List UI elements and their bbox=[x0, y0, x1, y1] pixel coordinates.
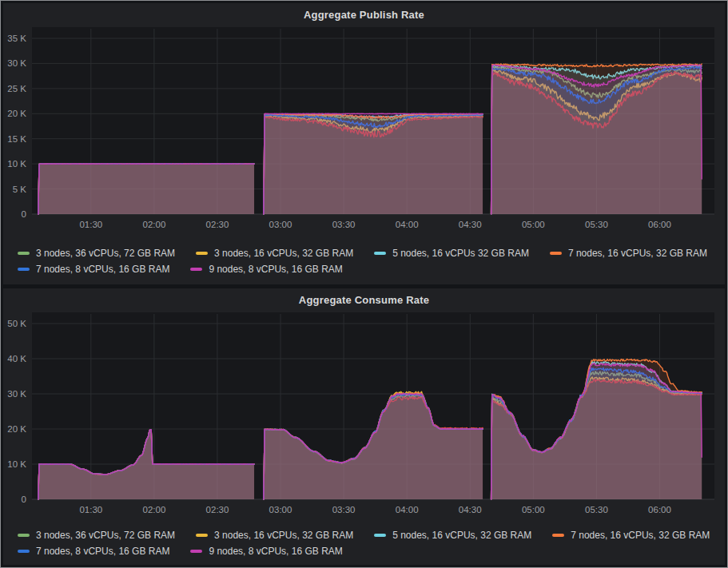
svg-text:30 K: 30 K bbox=[7, 389, 26, 399]
svg-text:5 K: 5 K bbox=[13, 185, 27, 194]
legend-label: 7 nodes, 8 vCPUs, 16 GB RAM bbox=[36, 264, 169, 275]
legend-row: 7 nodes, 8 vCPUs, 16 GB RAM9 nodes, 8 vC… bbox=[18, 261, 725, 277]
svg-text:04:30: 04:30 bbox=[459, 220, 482, 229]
svg-text:05:30: 05:30 bbox=[585, 220, 608, 229]
svg-text:10 K: 10 K bbox=[7, 459, 26, 469]
series-swatch-icon bbox=[18, 268, 30, 271]
legend-label: 7 nodes, 16 vCPUs, 32 GB RAM bbox=[571, 530, 710, 541]
legend-label: 3 nodes, 16 vCPUs, 32 GB RAM bbox=[214, 248, 353, 259]
series-swatch-icon bbox=[190, 268, 202, 271]
svg-text:10 K: 10 K bbox=[7, 159, 26, 169]
legend-item[interactable]: 3 nodes, 36 vCPUs, 72 GB RAM bbox=[18, 530, 175, 541]
legend-label: 3 nodes, 36 vCPUs, 72 GB RAM bbox=[36, 248, 175, 259]
svg-text:02:30: 02:30 bbox=[206, 220, 229, 229]
legend-item[interactable]: 9 nodes, 8 vCPUs, 16 GB RAM bbox=[190, 546, 342, 557]
legend-label: 9 nodes, 8 vCPUs, 16 GB RAM bbox=[209, 264, 342, 275]
series-swatch-icon bbox=[18, 252, 30, 255]
series-swatch-icon bbox=[374, 252, 386, 255]
svg-text:0: 0 bbox=[22, 209, 26, 219]
series-swatch-icon bbox=[196, 252, 208, 255]
consume-rate-chart[interactable]: 50 K40 K30 K20 K10 K001:3002:0002:3003:0… bbox=[3, 311, 725, 522]
legend-label: 3 nodes, 16 vCPUs, 32 GB RAM bbox=[214, 530, 353, 541]
svg-text:25 K: 25 K bbox=[7, 84, 26, 93]
legend-item[interactable]: 7 nodes, 16 vCPUs, 32 GB RAM bbox=[552, 530, 710, 541]
publish-rate-chart[interactable]: 35 K30 K25 K20 K15 K10 K5 K001:3002:0002… bbox=[3, 26, 725, 236]
svg-text:06:00: 06:00 bbox=[648, 505, 671, 514]
legend-item[interactable]: 5 nodes, 16 vCPUs, 32 GB RAM bbox=[374, 530, 531, 541]
panel-title-consume-rate[interactable]: Aggregate Consume Rate bbox=[3, 288, 725, 311]
series-swatch-icon bbox=[18, 550, 30, 553]
publish-rate-legend: 3 nodes, 36 vCPUs, 72 GB RAM3 nodes, 16 … bbox=[3, 236, 725, 277]
legend-item[interactable]: 3 nodes, 16 vCPUs, 32 GB RAM bbox=[196, 248, 353, 259]
legend-item[interactable]: 7 nodes, 8 vCPUs, 16 GB RAM bbox=[18, 546, 169, 557]
svg-text:02:00: 02:00 bbox=[143, 505, 166, 514]
series-area-6 bbox=[38, 164, 254, 214]
legend-item[interactable]: 7 nodes, 8 vCPUs, 16 GB RAM bbox=[18, 264, 169, 275]
legend-label: 9 nodes, 8 vCPUs, 16 GB RAM bbox=[209, 546, 342, 557]
svg-text:04:00: 04:00 bbox=[396, 505, 419, 514]
svg-text:04:30: 04:30 bbox=[459, 505, 482, 514]
svg-text:05:30: 05:30 bbox=[585, 505, 608, 514]
legend-row: 7 nodes, 8 vCPUs, 16 GB RAM9 nodes, 8 vC… bbox=[18, 543, 725, 559]
svg-text:03:30: 03:30 bbox=[332, 505, 356, 514]
svg-text:15 K: 15 K bbox=[7, 134, 26, 144]
series-swatch-icon bbox=[190, 550, 202, 553]
legend-row: 3 nodes, 36 vCPUs, 72 GB RAM3 nodes, 16 … bbox=[18, 245, 725, 261]
consume-rate-legend: 3 nodes, 36 vCPUs, 72 GB RAM3 nodes, 16 … bbox=[3, 522, 725, 559]
svg-text:20 K: 20 K bbox=[7, 109, 26, 118]
svg-text:03:30: 03:30 bbox=[332, 220, 356, 229]
svg-text:03:00: 03:00 bbox=[269, 220, 292, 229]
legend-row: 3 nodes, 36 vCPUs, 72 GB RAM3 nodes, 16 … bbox=[18, 527, 725, 543]
svg-text:06:00: 06:00 bbox=[648, 220, 671, 229]
series-swatch-icon bbox=[550, 252, 562, 255]
svg-text:02:00: 02:00 bbox=[143, 220, 166, 229]
series-swatch-icon bbox=[18, 534, 30, 537]
legend-label: 7 nodes, 8 vCPUs, 16 GB RAM bbox=[36, 546, 169, 557]
y-axis-labels: 50 K40 K30 K20 K10 K0 bbox=[7, 319, 26, 504]
legend-item[interactable]: 9 nodes, 8 vCPUs, 16 GB RAM bbox=[190, 264, 342, 275]
svg-text:0: 0 bbox=[22, 495, 26, 504]
svg-text:05:00: 05:00 bbox=[522, 220, 545, 229]
svg-text:50 K: 50 K bbox=[7, 319, 26, 328]
legend-item[interactable]: 7 nodes, 16 vCPUs, 32 GB RAM bbox=[550, 248, 707, 259]
panel-aggregate-publish-rate: Aggregate Publish Rate 35 K30 K25 K20 K1… bbox=[3, 3, 725, 284]
legend-label: 5 nodes, 16 vCPUs, 32 GB RAM bbox=[392, 530, 531, 541]
series-swatch-icon bbox=[374, 534, 386, 537]
legend-label: 3 nodes, 36 vCPUs, 72 GB RAM bbox=[36, 530, 175, 541]
x-axis-labels: 01:3002:0002:3003:0003:3004:0004:3005:00… bbox=[79, 505, 670, 514]
series-area-6 bbox=[264, 113, 483, 214]
svg-text:01:30: 01:30 bbox=[79, 505, 102, 514]
series-area-6 bbox=[491, 65, 702, 214]
legend-label: 5 nodes, 16 vCPUs 32 GB RAM bbox=[392, 248, 529, 259]
panel-aggregate-consume-rate: Aggregate Consume Rate 50 K40 K30 K20 K1… bbox=[3, 288, 725, 565]
svg-text:35 K: 35 K bbox=[7, 34, 26, 43]
x-axis-labels: 01:3002:0002:3003:0003:3004:0004:3005:00… bbox=[79, 220, 670, 229]
svg-text:05:00: 05:00 bbox=[522, 505, 545, 514]
svg-text:02:30: 02:30 bbox=[206, 505, 229, 514]
legend-item[interactable]: 3 nodes, 16 vCPUs, 32 GB RAM bbox=[196, 530, 353, 541]
svg-text:30 K: 30 K bbox=[7, 58, 26, 68]
svg-text:20 K: 20 K bbox=[7, 424, 26, 434]
y-axis-labels: 35 K30 K25 K20 K15 K10 K5 K0 bbox=[7, 34, 26, 219]
series-swatch-icon bbox=[196, 534, 208, 537]
legend-item[interactable]: 3 nodes, 36 vCPUs, 72 GB RAM bbox=[18, 248, 175, 259]
dashboard: Aggregate Publish Rate 35 K30 K25 K20 K1… bbox=[1, 1, 727, 567]
svg-text:01:30: 01:30 bbox=[79, 220, 102, 229]
panel-title-publish-rate[interactable]: Aggregate Publish Rate bbox=[3, 3, 725, 26]
svg-text:03:00: 03:00 bbox=[269, 505, 292, 514]
svg-text:04:00: 04:00 bbox=[396, 220, 419, 229]
legend-label: 7 nodes, 16 vCPUs, 32 GB RAM bbox=[568, 248, 707, 259]
svg-text:40 K: 40 K bbox=[7, 354, 26, 363]
series-swatch-icon bbox=[552, 534, 564, 537]
legend-item[interactable]: 5 nodes, 16 vCPUs 32 GB RAM bbox=[374, 248, 529, 259]
